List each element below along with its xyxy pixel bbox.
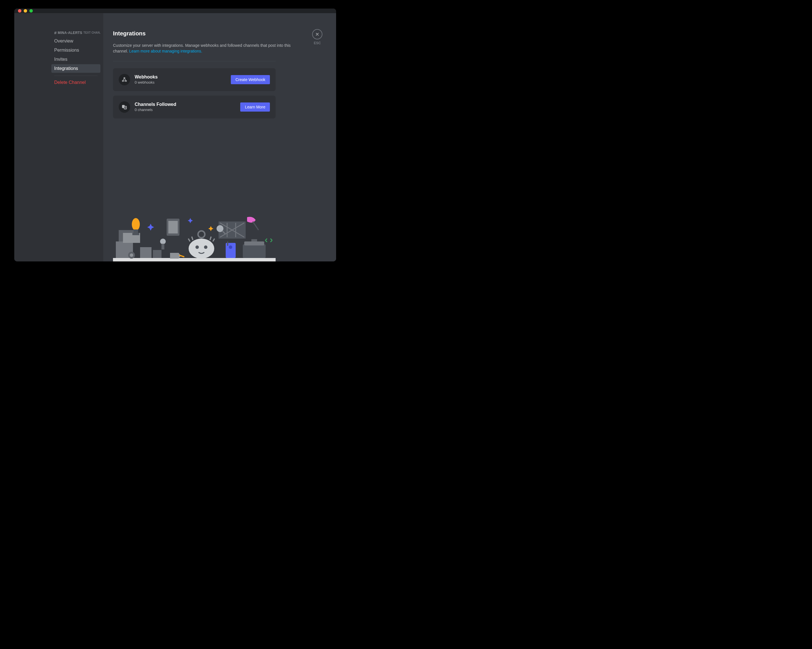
- svg-point-22: [217, 225, 223, 232]
- sidebar-item-overview[interactable]: Overview: [51, 37, 101, 45]
- webhook-icon: [119, 74, 130, 86]
- page-title: Integrations: [113, 30, 325, 37]
- content-area: Integrations Customize your server with …: [103, 13, 336, 261]
- svg-point-26: [229, 246, 232, 249]
- svg-line-23: [222, 231, 226, 234]
- svg-rect-29: [251, 239, 257, 241]
- svg-rect-25: [227, 241, 228, 246]
- svg-rect-27: [243, 244, 266, 258]
- sidebar-channel-header: # MINA-ALERTS TEXT CHAN…: [51, 30, 101, 37]
- svg-line-16: [253, 221, 258, 230]
- svg-point-19: [195, 246, 199, 249]
- sidebar-item-integrations[interactable]: Integrations: [51, 64, 101, 73]
- svg-rect-13: [133, 233, 139, 235]
- svg-rect-32: [140, 247, 151, 258]
- sidebar-item-permissions[interactable]: Permissions: [51, 46, 101, 55]
- hash-icon: #: [54, 30, 56, 35]
- svg-rect-17: [218, 221, 246, 238]
- close-control: ESC: [312, 29, 322, 45]
- svg-rect-33: [153, 250, 162, 258]
- channel-type-label: TEXT CHAN…: [83, 31, 101, 34]
- svg-point-0: [122, 80, 123, 81]
- svg-point-18: [189, 238, 214, 258]
- svg-point-34: [160, 238, 166, 244]
- page-description: Customize your server with integrations.…: [113, 43, 301, 54]
- svg-rect-15: [168, 221, 178, 234]
- svg-rect-14: [166, 218, 180, 236]
- channels-followed-title: Channels Followed: [135, 102, 236, 107]
- svg-rect-35: [162, 244, 164, 249]
- window-titlebar: [14, 9, 336, 13]
- svg-point-11: [132, 218, 140, 231]
- svg-point-31: [130, 253, 133, 257]
- create-webhook-button[interactable]: Create Webhook: [231, 75, 270, 84]
- svg-rect-4: [124, 106, 127, 109]
- learn-more-link[interactable]: Learn more about managing integrations.: [129, 49, 202, 53]
- svg-rect-10: [123, 233, 140, 243]
- svg-rect-12: [134, 229, 138, 233]
- content-divider: [113, 61, 276, 61]
- settings-sidebar: # MINA-ALERTS TEXT CHAN… Overview Permis…: [14, 13, 103, 261]
- window-close-dot[interactable]: [18, 9, 21, 12]
- svg-point-20: [204, 246, 208, 249]
- channels-followed-subtitle: 0 channels: [135, 108, 236, 112]
- app-body: # MINA-ALERTS TEXT CHAN… Overview Permis…: [14, 13, 336, 261]
- svg-rect-7: [113, 258, 276, 261]
- svg-point-30: [128, 252, 135, 258]
- webhooks-card-text: Webhooks 0 webhooks: [135, 75, 226, 84]
- webhooks-title: Webhooks: [135, 75, 226, 79]
- svg-rect-8: [116, 241, 133, 258]
- channels-followed-card-text: Channels Followed 0 channels: [135, 102, 236, 112]
- window-zoom-dot[interactable]: [29, 9, 33, 12]
- webhooks-subtitle: 0 webhooks: [135, 80, 226, 84]
- svg-point-2: [124, 77, 125, 78]
- sidebar-item-delete-channel[interactable]: Delete Channel: [51, 78, 101, 87]
- svg-rect-24: [226, 243, 236, 258]
- close-button[interactable]: [312, 29, 322, 40]
- window-minimize-dot[interactable]: [24, 9, 27, 12]
- footer-illustration: [113, 213, 276, 261]
- webhooks-card: Webhooks 0 webhooks Create Webhook: [113, 68, 276, 91]
- close-label: ESC: [314, 41, 321, 45]
- channels-followed-icon: [119, 101, 130, 113]
- learn-more-button[interactable]: Learn More: [240, 102, 270, 111]
- sidebar-item-invites[interactable]: Invites: [51, 55, 101, 64]
- app-window: # MINA-ALERTS TEXT CHAN… Overview Permis…: [14, 9, 336, 261]
- svg-rect-28: [244, 241, 264, 246]
- sidebar-separator: [54, 76, 98, 76]
- close-icon: [315, 32, 319, 37]
- channel-name: MINA-ALERTS: [58, 31, 82, 35]
- svg-rect-9: [119, 230, 134, 241]
- svg-point-21: [198, 231, 205, 238]
- svg-point-1: [125, 80, 127, 81]
- channels-followed-card: Channels Followed 0 channels Learn More: [113, 96, 276, 118]
